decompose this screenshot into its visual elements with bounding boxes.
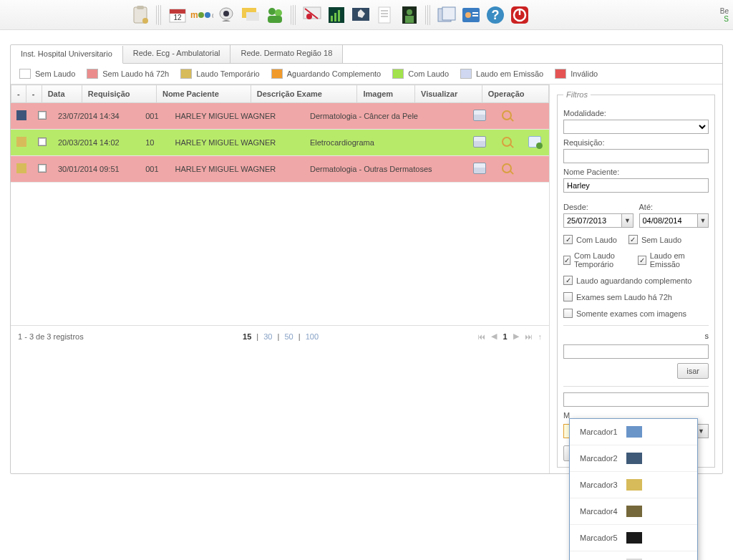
hand-icon[interactable] (349, 4, 372, 26)
checkbox-com-laudo[interactable]: ✓ (563, 235, 573, 244)
calendar-icon[interactable]: 12 (166, 4, 189, 26)
magnifier-icon[interactable] (502, 110, 512, 120)
label-com-laudo: Com Laudo (576, 236, 617, 244)
svg-point-18 (306, 14, 312, 19)
checkbox-somente-img[interactable] (563, 309, 573, 318)
col-descricao[interactable]: Descrição Exame (251, 85, 357, 103)
legend-com-laudo: Com Laudo (408, 69, 449, 78)
trailing-s: s (705, 332, 709, 340)
marker-option-3[interactable]: Marcador3 (570, 472, 697, 498)
filters-panel: Filtros Modalidade: Requisição: Nome Pac… (549, 85, 722, 473)
col-imagem[interactable]: Imagem (357, 85, 415, 103)
magnifier-icon[interactable] (502, 137, 512, 147)
marker-swatch-4 (626, 506, 642, 517)
doc-icon[interactable] (374, 4, 397, 26)
marker-option-1[interactable]: Marcador1 (570, 419, 697, 445)
marker-option-4[interactable]: Marcador4 (570, 498, 697, 525)
desde-dropdown-icon[interactable]: ▼ (622, 213, 633, 228)
checkbox-sem-laudo[interactable]: ✓ (628, 235, 638, 244)
page-size-15[interactable]: 15 (240, 332, 254, 341)
checkbox-aguardando[interactable]: ✓ (563, 276, 573, 285)
ate-dropdown-icon[interactable]: ▼ (698, 213, 709, 228)
teacher-icon[interactable] (301, 4, 324, 26)
search-button[interactable]: isar (677, 363, 709, 379)
separator-icon (425, 5, 431, 25)
tab-rede-dermato[interactable]: Rede. Dermato Região 18 (230, 45, 343, 63)
svg-rect-36 (472, 12, 478, 14)
image-icon[interactable] (473, 136, 486, 148)
image-icon[interactable] (473, 110, 486, 121)
clipboard-icon[interactable] (129, 4, 152, 26)
input-nome-paciente[interactable] (563, 178, 709, 193)
svg-rect-1 (137, 6, 144, 9)
cell-descricao: Dermatologia - Câncer da Pele (304, 103, 465, 130)
first-page-icon[interactable]: ⏮ (477, 332, 485, 341)
input-ate[interactable] (639, 213, 698, 228)
page-size-50[interactable]: 50 (281, 332, 296, 341)
tab-inst-hospital[interactable]: Inst. Hospital Universitario (11, 46, 123, 64)
input-requisicao[interactable] (563, 149, 709, 163)
power-icon[interactable] (508, 4, 531, 26)
select-modalidade[interactable] (563, 120, 709, 134)
col-requisicao[interactable]: Requisição (82, 85, 156, 103)
last-page-icon[interactable]: ⏭ (525, 332, 533, 341)
input-extra-2[interactable] (563, 392, 709, 407)
page-size-30[interactable]: 30 (261, 332, 275, 341)
swatch-sem-laudo (19, 69, 31, 79)
person-icon[interactable] (398, 4, 421, 26)
exam-table: - - Data Requisição Nome Paciente Descri… (11, 85, 549, 103)
operation-icon[interactable] (528, 136, 541, 148)
stats-icon[interactable] (325, 4, 348, 26)
moodle-icon[interactable]: mdle (190, 4, 213, 26)
marker-option-6[interactable]: Marcador6 (570, 551, 697, 560)
col-operacao[interactable]: Operação (482, 85, 548, 103)
checkbox-laudo-emissao[interactable]: ✓ (638, 256, 646, 265)
marker-dropdown: Marcador1 Marcador2 Marcador3 Marcador4 … (569, 418, 698, 560)
col-visualizar[interactable]: Visualizar (415, 85, 482, 103)
cell-data: 20/03/2014 14:02 (52, 130, 140, 156)
image-icon[interactable] (473, 163, 486, 174)
col-nome[interactable]: Nome Paciente (156, 85, 251, 103)
svg-point-7 (198, 12, 204, 18)
chat-icon[interactable] (239, 4, 262, 26)
marker-option-2[interactable]: Marcador2 (570, 445, 697, 472)
input-extra-1[interactable] (563, 344, 709, 359)
swatch-invalido (555, 69, 566, 79)
id-icon[interactable] (460, 4, 482, 26)
people-icon[interactable] (263, 4, 286, 26)
prev-page-icon[interactable]: ◀ (491, 332, 497, 341)
filters-title: Filtros (563, 90, 591, 99)
col-marker[interactable]: - (11, 85, 26, 103)
magnifier-icon[interactable] (502, 163, 512, 173)
cell-data: 23/07/2014 14:34 (52, 103, 140, 130)
input-desde[interactable] (563, 213, 622, 228)
legend-sem-72h: Sem Laudo há 72h (102, 69, 169, 78)
svg-text:dle: dle (212, 11, 213, 19)
checkbox-sem-72h[interactable] (563, 292, 573, 301)
col-data[interactable]: Data (42, 85, 82, 103)
marker-option-5[interactable]: Marcador5 (570, 525, 697, 551)
current-page: 1 (503, 332, 507, 341)
table-row[interactable]: 23/07/2014 14:34001HARLEY MIGUEL WAGNERD… (11, 103, 549, 130)
webcam-icon[interactable] (215, 4, 238, 26)
refresh-icon[interactable]: ↑ (538, 332, 543, 341)
table-row[interactable]: 30/01/2014 09:51001HARLEY MIGUEL WAGNERD… (11, 156, 549, 183)
next-page-icon[interactable]: ▶ (513, 332, 519, 341)
svg-text:?: ? (492, 8, 500, 22)
cell-nome: HARLEY MIGUEL WAGNER (169, 130, 304, 156)
windows-icon[interactable] (435, 4, 458, 26)
checkbox-com-temp[interactable]: ✓ (563, 256, 571, 265)
row-checkbox[interactable] (38, 111, 47, 120)
table-row[interactable]: 20/03/2014 14:0210HARLEY MIGUEL WAGNEREl… (11, 130, 549, 156)
page-size-100[interactable]: 100 (303, 332, 321, 341)
svg-point-30 (407, 9, 412, 15)
help-icon[interactable]: ? (484, 4, 507, 26)
label-desde: Desde: (563, 203, 634, 211)
tab-rede-ecg[interactable]: Rede. Ecg - Ambulatorial (123, 45, 231, 63)
row-checkbox[interactable] (38, 164, 47, 173)
svg-rect-21 (331, 16, 333, 21)
user-line1: Be (720, 7, 729, 15)
row-checkbox[interactable] (38, 137, 47, 146)
cell-requisicao: 001 (140, 103, 169, 130)
col-check[interactable]: - (26, 85, 42, 103)
